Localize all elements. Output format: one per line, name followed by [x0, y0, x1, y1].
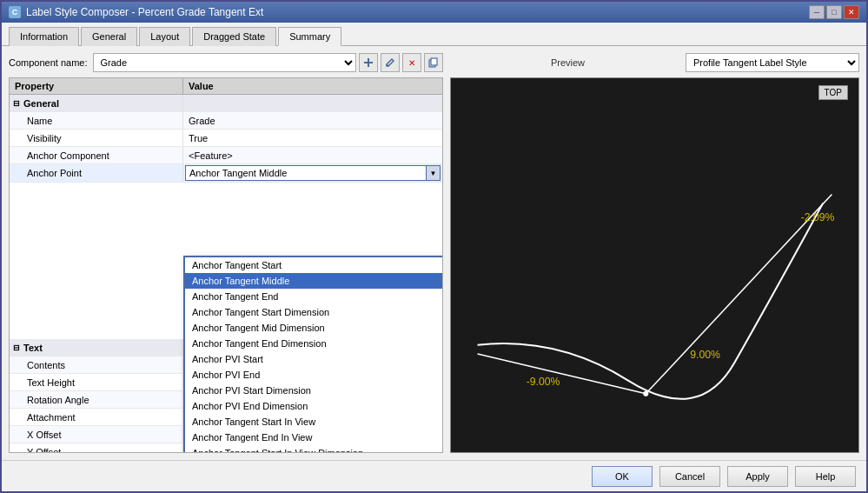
component-name-label: Component name:: [9, 57, 88, 68]
expand-general-icon[interactable]: ⊟: [13, 99, 20, 108]
anchor-point-dropdown[interactable]: Anchor Tangent Start Anchor Tangent Midd…: [183, 256, 443, 453]
edit-component-button[interactable]: [381, 53, 400, 72]
title-bar-left: C Label Style Composer - Percent Grade T…: [9, 6, 263, 18]
main-window: C Label Style Composer - Percent Grade T…: [0, 0, 868, 493]
dropdown-item-1[interactable]: Anchor Tangent Middle: [185, 273, 442, 289]
prop-name-label: Name: [10, 112, 183, 129]
row-visibility: Visibility True: [10, 130, 442, 147]
prop-y-offset-label: Y Offset: [10, 443, 183, 453]
delete-component-button[interactable]: ✕: [402, 53, 421, 72]
dropdown-item-12[interactable]: Anchor Tangent Start In View Dimension: [185, 445, 442, 453]
app-icon: C: [9, 6, 21, 18]
svg-rect-1: [364, 62, 373, 63]
component-name-row: Component name: Grade ✕: [9, 53, 443, 72]
copy-component-button[interactable]: [424, 53, 443, 72]
minimize-button[interactable]: ─: [809, 5, 825, 19]
group-general: ⊟ General: [10, 95, 442, 112]
prop-x-offset-label: X Offset: [10, 426, 183, 443]
tabs-bar: Information General Layout Dragged State…: [2, 23, 866, 46]
dropdown-item-8[interactable]: Anchor PVI Start Dimension: [185, 383, 442, 398]
group-text-text: Text: [23, 343, 43, 353]
prop-text-height-label: Text Height: [10, 374, 183, 390]
dropdown-item-2[interactable]: Anchor Tangent End: [185, 289, 442, 304]
table-header: Property Value: [10, 78, 442, 95]
prop-contents-label: Contents: [10, 356, 183, 373]
main-content: Component name: Grade ✕: [2, 46, 866, 460]
row-anchor-point: Anchor Point Anchor Tangent Middle ▼: [10, 164, 442, 183]
row-anchor-component: Anchor Component <Feature>: [10, 147, 442, 164]
right-panel: Preview Profile Tangent Label Style TOP: [450, 53, 859, 453]
prop-rotation-label: Rotation Angle: [10, 391, 183, 408]
apply-button[interactable]: Apply: [727, 466, 788, 487]
help-button[interactable]: Help: [795, 466, 856, 487]
prop-anchor-component-label: Anchor Component: [10, 147, 183, 163]
preview-style-select[interactable]: Profile Tangent Label Style: [686, 53, 859, 72]
prop-anchor-point-value[interactable]: Anchor Tangent Middle ▼: [183, 164, 442, 182]
dropdown-item-6[interactable]: Anchor PVI Start: [185, 351, 442, 367]
tab-layout[interactable]: Layout: [139, 27, 190, 46]
preview-label: Preview: [551, 57, 585, 68]
dropdown-item-7[interactable]: Anchor PVI End: [185, 367, 442, 383]
dropdown-item-11[interactable]: Anchor Tangent End In View: [185, 430, 442, 445]
prop-visibility-value: True: [183, 130, 442, 146]
prop-visibility-label: Visibility: [10, 130, 183, 146]
add-component-button[interactable]: [359, 53, 378, 72]
group-general-text: General: [23, 98, 59, 109]
group-general-value: [183, 95, 442, 111]
ok-button[interactable]: OK: [592, 466, 653, 487]
row-name: Name Grade: [10, 112, 442, 130]
maximize-button[interactable]: □: [826, 5, 842, 19]
preview-svg: -9.00% 9.00% -2.09%: [451, 78, 858, 452]
svg-rect-3: [431, 58, 437, 65]
svg-point-10: [643, 391, 648, 396]
anchor-point-dropdown-arrow[interactable]: ▼: [427, 165, 441, 181]
header-property: Property: [10, 78, 183, 94]
group-text-label: ⊟ Text: [10, 339, 183, 356]
dropdown-item-5[interactable]: Anchor Tangent End Dimension: [185, 336, 442, 351]
svg-text:-2.09%: -2.09%: [801, 211, 835, 223]
cancel-button[interactable]: Cancel: [659, 466, 720, 487]
prop-name-value: Grade: [183, 112, 442, 129]
group-general-label: ⊟ General: [10, 95, 183, 111]
tab-information[interactable]: Information: [9, 27, 79, 46]
svg-rect-4: [451, 97, 858, 433]
header-value: Value: [183, 78, 442, 94]
prop-anchor-component-value: <Feature>: [183, 147, 442, 163]
tab-dragged-state[interactable]: Dragged State: [192, 27, 276, 46]
svg-text:9.00%: 9.00%: [690, 349, 720, 361]
left-panel: Component name: Grade ✕: [9, 53, 443, 453]
svg-text:-9.00%: -9.00%: [527, 376, 560, 388]
component-controls: Grade ✕: [93, 53, 444, 72]
tab-summary[interactable]: Summary: [278, 27, 341, 46]
preview-canvas: TOP -9.00% 9.00% -2.09%: [450, 77, 859, 453]
tab-general[interactable]: General: [81, 27, 137, 46]
dropdown-item-10[interactable]: Anchor Tangent Start In View: [185, 414, 442, 430]
preview-header: Preview Profile Tangent Label Style: [450, 53, 859, 72]
anchor-point-select-display[interactable]: Anchor Tangent Middle: [185, 165, 427, 181]
dropdown-item-4[interactable]: Anchor Tangent Mid Dimension: [185, 320, 442, 336]
expand-text-icon[interactable]: ⊟: [13, 343, 20, 352]
component-select[interactable]: Grade: [93, 53, 357, 72]
dropdown-item-9[interactable]: Anchor PVI End Dimension: [185, 398, 442, 414]
close-button[interactable]: ✕: [844, 5, 859, 19]
prop-attachment-label: Attachment: [10, 409, 183, 425]
dropdown-item-3[interactable]: Anchor Tangent Start Dimension: [185, 304, 442, 320]
title-bar: C Label Style Composer - Percent Grade T…: [2, 2, 866, 23]
title-controls: ─ □ ✕: [809, 5, 859, 19]
table-body: ⊟ General Name Grade Visibility True: [10, 95, 442, 453]
property-table: Property Value ⊟ General Name: [9, 77, 443, 453]
dropdown-item-0[interactable]: Anchor Tangent Start: [185, 257, 442, 273]
prop-anchor-point-label: Anchor Point: [10, 164, 183, 182]
footer-row: OK Cancel Apply Help: [2, 460, 866, 491]
preview-top-label: TOP: [818, 85, 848, 100]
window-title: Label Style Composer - Percent Grade Tan…: [26, 6, 263, 18]
